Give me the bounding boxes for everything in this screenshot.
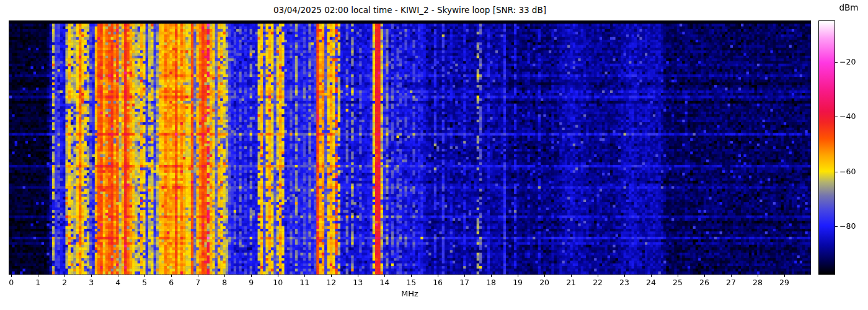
x-tick-label: 10 [265,278,290,287]
x-tick [598,275,598,277]
x-tick-label: 25 [665,278,690,287]
x-tick-label: 11 [292,278,317,287]
x-tick-label: 4 [105,278,130,287]
x-tick-label: 14 [372,278,397,287]
x-tick [11,275,12,277]
x-tick-label: 12 [319,278,343,287]
x-tick-label: 24 [639,278,663,287]
x-tick-label: 8 [212,278,237,287]
x-tick-label: 27 [719,278,743,287]
x-tick-label: 15 [399,278,423,287]
x-tick [464,275,465,277]
x-tick [38,275,38,277]
x-tick-label: 22 [585,278,610,287]
x-tick-label: 17 [452,278,477,287]
colorbar-tick [835,172,838,172]
chart-title: 03/04/2025 02:00 local time - KIWI_2 - S… [9,5,811,15]
x-tick [118,275,118,277]
x-tick-label: 1 [25,278,50,287]
x-tick [678,275,678,277]
x-tick [384,275,385,277]
colorbar-tick-label: −40 [839,112,867,121]
x-tick-label: 7 [185,278,210,287]
x-tick [224,275,225,277]
x-tick [571,275,572,277]
x-tick [278,275,278,277]
x-tick [438,275,438,277]
spectrogram-canvas [9,20,811,275]
colorbar-label: dBm [831,2,867,12]
colorbar [818,20,835,275]
colorbar-tick-label: −60 [839,167,867,176]
x-tick [144,275,145,277]
x-axis-label: MHz [379,289,441,298]
x-tick [411,275,412,277]
x-tick-label: 20 [532,278,557,287]
x-tick [171,275,172,277]
x-tick [651,275,652,277]
colorbar-tick-label: −80 [839,221,867,231]
colorbar-tick-label: −20 [839,57,867,66]
x-tick-label: 5 [132,278,157,287]
x-tick-label: 26 [692,278,717,287]
x-tick-label: 0 [0,278,24,287]
x-tick [251,275,252,277]
x-tick-label: 3 [79,278,104,287]
x-tick-label: 13 [345,278,370,287]
x-tick-label: 2 [52,278,77,287]
x-tick [91,275,92,277]
colorbar-tick [835,226,838,227]
x-tick [64,275,65,277]
x-tick [304,275,305,277]
colorbar-tick [835,62,838,63]
x-tick [198,275,198,277]
x-tick [491,275,492,277]
x-tick-label: 18 [479,278,503,287]
figure: 03/04/2025 02:00 local time - KIWI_2 - S… [0,0,868,310]
x-tick [358,275,358,277]
x-tick-label: 23 [612,278,637,287]
x-tick [704,275,705,277]
x-tick [544,275,545,277]
x-tick-label: 19 [505,278,530,287]
x-tick-label: 21 [559,278,583,287]
x-tick [731,275,732,277]
x-tick-label: 28 [745,278,770,287]
x-tick [624,275,625,277]
x-tick-label: 29 [772,278,797,287]
x-tick-label: 9 [239,278,264,287]
x-tick [784,275,785,277]
x-tick [758,275,758,277]
x-tick [518,275,518,277]
x-tick-label: 16 [425,278,450,287]
x-tick [331,275,332,277]
colorbar-tick [835,117,838,117]
colorbar-gradient [819,21,835,274]
x-tick-label: 6 [159,278,184,287]
